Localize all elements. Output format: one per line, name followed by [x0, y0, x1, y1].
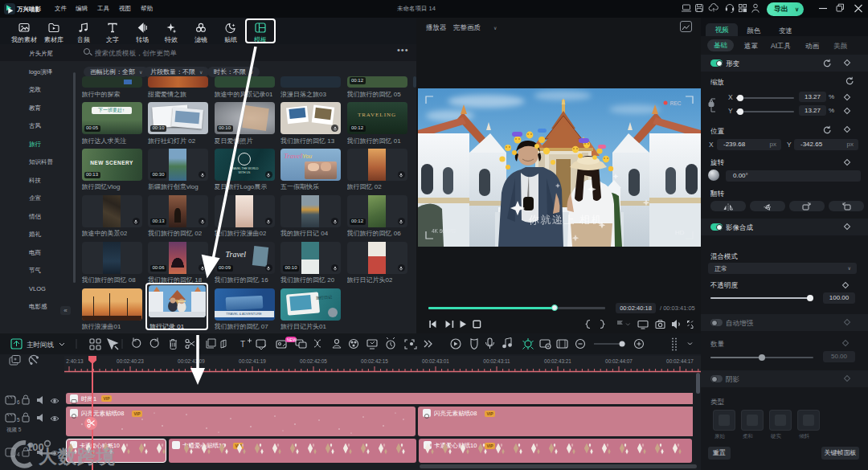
svg-text:2:40:13: 2:40:13: [66, 358, 84, 364]
svg-text:T: T: [240, 340, 245, 349]
svg-text:REC: REC: [670, 100, 682, 106]
svg-text:5: 5: [17, 417, 20, 423]
svg-text:00:02:43:11: 00:02:43:11: [483, 358, 510, 364]
svg-text:00:02:41:09: 00:02:41:09: [178, 358, 205, 364]
svg-text:视频 5: 视频 5: [6, 427, 22, 433]
svg-text:大数跨境: 大数跨境: [39, 446, 116, 467]
svg-text:00:02:44:17: 00:02:44:17: [666, 358, 694, 364]
svg-text:NEW: NEW: [287, 337, 297, 342]
svg-text:00:02:42:15: 00:02:42:15: [361, 358, 388, 364]
svg-text:00:02:44:07: 00:02:44:07: [605, 358, 633, 364]
svg-text:00:02:40:23: 00:02:40:23: [117, 358, 144, 364]
svg-text:00:02:43:01: 00:02:43:01: [422, 358, 449, 364]
svg-text:00:02:42:05: 00:02:42:05: [300, 358, 327, 364]
svg-text:00:02:43:21: 00:02:43:21: [544, 358, 571, 364]
svg-text:HD: HD: [675, 229, 685, 236]
svg-text:6: 6: [17, 399, 20, 405]
svg-text:4K 60FPS: 4K 60FPS: [432, 228, 456, 234]
svg-text:主时间线: 主时间线: [27, 341, 55, 349]
svg-text:00:02:41:19: 00:02:41:19: [239, 358, 266, 364]
svg-text:你就递上 相机: 你就递上 相机: [528, 214, 603, 226]
